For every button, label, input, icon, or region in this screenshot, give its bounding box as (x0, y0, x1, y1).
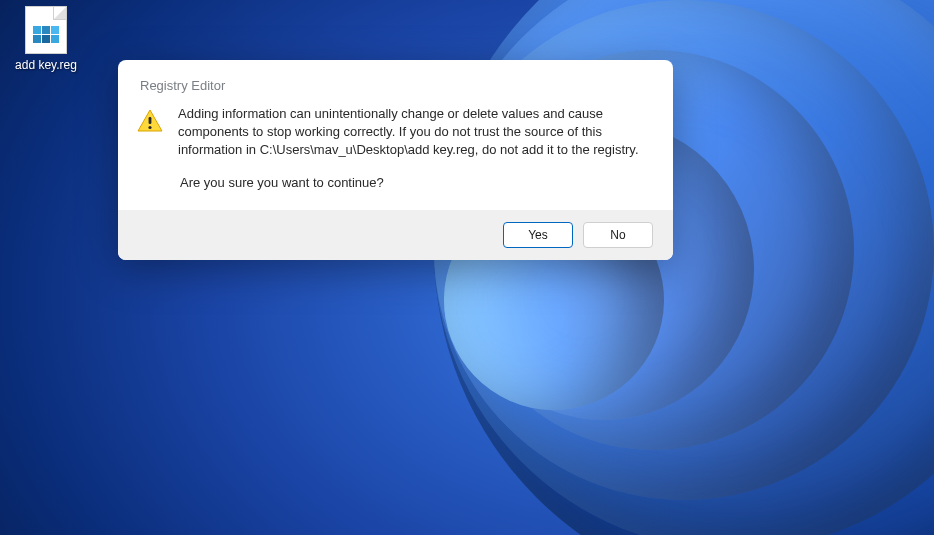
no-button[interactable]: No (583, 222, 653, 248)
dialog-body: Adding information can unintentionally c… (118, 101, 673, 210)
yes-button[interactable]: Yes (503, 222, 573, 248)
reg-file-icon (25, 6, 67, 54)
dialog-message: Adding information can unintentionally c… (178, 105, 651, 160)
dialog-footer: Yes No (118, 210, 673, 260)
dialog-content: Adding information can unintentionally c… (178, 105, 651, 192)
desktop-file-add-key-reg[interactable]: add key.reg (8, 4, 84, 74)
svg-rect-0 (149, 117, 152, 124)
dialog-question: Are you sure you want to continue? (180, 174, 651, 192)
desktop-icon-label: add key.reg (15, 58, 77, 72)
warning-icon (136, 107, 164, 138)
registry-editor-dialog: Registry Editor Adding information can u… (118, 60, 673, 260)
dialog-title: Registry Editor (140, 78, 651, 93)
svg-point-1 (148, 126, 151, 129)
dialog-header: Registry Editor (118, 60, 673, 101)
